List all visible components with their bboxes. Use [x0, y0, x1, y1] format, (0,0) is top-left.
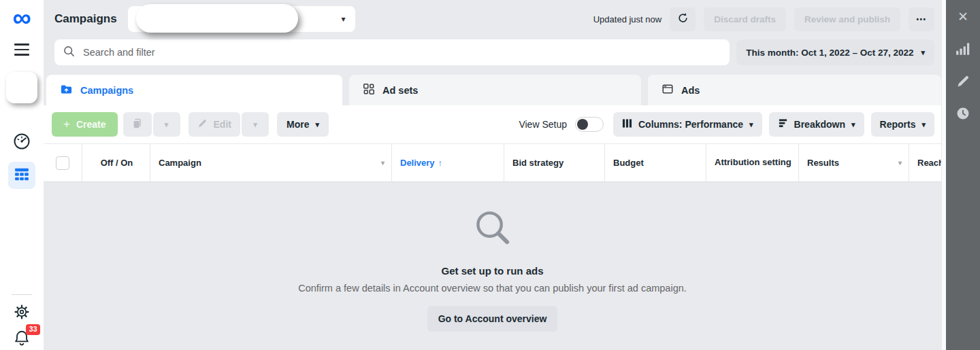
chevron-down-icon: ▾: [921, 120, 926, 129]
go-to-account-overview-button[interactable]: Go to Account overview: [427, 306, 558, 332]
updated-status: Updated just now: [593, 14, 662, 24]
redacted-account-tile[interactable]: [6, 72, 37, 103]
campaigns-table-icon: [14, 167, 29, 184]
gauge-icon: [12, 141, 31, 153]
column-header-off-on[interactable]: Off / On: [82, 144, 150, 181]
level-tabs: Campaigns Ad sets: [44, 75, 941, 105]
more-button[interactable]: More ▾: [277, 112, 329, 137]
top-bar: Campaigns ▾ Updated just now Discard dra…: [44, 0, 941, 38]
close-button[interactable]: ✕: [958, 10, 968, 23]
columns-icon: [622, 118, 632, 130]
tab-ad-sets[interactable]: Ad sets: [349, 75, 641, 105]
sort-asc-icon: ↑: [438, 158, 443, 168]
folder-icon: [60, 83, 73, 98]
edit-label: Edit: [214, 119, 231, 130]
chevron-down-icon: ▾: [851, 120, 855, 129]
chevron-down-icon: ▾: [749, 120, 753, 129]
view-setup-label: View Setup: [519, 119, 567, 130]
main-content: Campaigns ▾ Updated just now Discard dra…: [44, 0, 941, 350]
column-header-bid-strategy[interactable]: Bid strategy: [504, 144, 605, 181]
chevron-down-icon: ▾: [921, 48, 925, 57]
select-all-checkbox[interactable]: [56, 156, 69, 170]
reports-label: Reports: [880, 119, 916, 130]
breakdown-button[interactable]: Breakdown ▾: [769, 112, 864, 137]
ellipsis-icon: •••: [916, 16, 926, 23]
notification-badge: 33: [26, 324, 40, 335]
bar-chart-icon: [956, 47, 970, 58]
refresh-icon: [677, 12, 689, 26]
create-label: Create: [76, 119, 106, 130]
tab-label: Campaigns: [80, 85, 133, 96]
view-setup-toggle[interactable]: [575, 117, 604, 132]
meta-logo-icon: ∞: [12, 1, 31, 34]
chevron-down-icon: ▾: [253, 120, 257, 129]
menu-icon[interactable]: [12, 41, 32, 58]
magnifier-icon: [472, 207, 514, 251]
right-sidebar: ✕: [946, 0, 980, 350]
chevron-down-icon: ▾: [165, 120, 169, 129]
toggle-knob: [577, 119, 588, 130]
breakdown-icon: [778, 118, 788, 130]
pencil-icon: [197, 118, 208, 130]
chevron-down-icon[interactable]: ▾: [381, 159, 385, 167]
chevron-down-icon: ▾: [315, 120, 319, 129]
scrollbar-track[interactable]: [941, 0, 946, 350]
ads-icon: [662, 83, 674, 97]
clock-icon: [956, 111, 970, 122]
tab-campaigns[interactable]: Campaigns: [46, 75, 342, 105]
column-header-reach[interactable]: Reach: [909, 144, 941, 181]
duplicate-dropdown-button[interactable]: ▾: [153, 112, 180, 137]
edit-panel-button[interactable]: [956, 75, 970, 88]
search-row: This month: Oct 1, 2022 – Oct 27, 2022 ▾: [44, 38, 941, 65]
duplicate-button[interactable]: [123, 112, 152, 137]
campaigns-panel: + Create ▾: [44, 105, 941, 182]
edit-dropdown-button[interactable]: ▾: [242, 112, 269, 137]
chevron-down-icon[interactable]: ▾: [898, 159, 902, 167]
table-header-row: Off / On Campaign ▾ Delivery ↑ Bid strat…: [44, 143, 941, 182]
toolbar: + Create ▾: [44, 105, 941, 143]
empty-state-title: Get set up to run ads: [441, 265, 543, 277]
notifications-nav[interactable]: 33: [13, 329, 31, 350]
chevron-down-icon: ▾: [342, 14, 346, 24]
refresh-button[interactable]: [670, 7, 696, 31]
left-sidebar: ∞: [0, 0, 44, 350]
search-icon: [63, 46, 75, 60]
redacted-account-name: [136, 4, 298, 33]
column-label: Campaign: [159, 158, 201, 168]
gear-icon: [14, 311, 30, 322]
charts-button[interactable]: [956, 41, 970, 56]
search-input[interactable]: [82, 46, 721, 58]
edit-button[interactable]: Edit: [189, 112, 240, 137]
breakdown-label: Breakdown: [794, 119, 845, 130]
date-range-label: This month: Oct 1, 2022 – Oct 27, 2022: [746, 48, 913, 58]
columns-button[interactable]: Columns: Performance ▾: [613, 112, 762, 137]
bell-icon: [13, 338, 31, 349]
column-header-results[interactable]: Results ▾: [799, 144, 909, 181]
plus-icon: +: [63, 118, 70, 131]
ad-account-selector[interactable]: ▾: [128, 6, 355, 32]
account-overview-nav[interactable]: [12, 132, 31, 154]
campaigns-nav[interactable]: [8, 162, 35, 189]
sidebar-divider: [12, 294, 32, 295]
column-header-attribution-setting[interactable]: Attribution setting: [706, 144, 799, 181]
search-filter-box[interactable]: [54, 39, 730, 65]
settings-nav[interactable]: [14, 304, 30, 323]
empty-state-description: Confirm a few details in Account overvie…: [298, 283, 687, 294]
column-header-delivery[interactable]: Delivery ↑: [392, 144, 504, 181]
tab-ads[interactable]: Ads: [648, 75, 941, 105]
history-button[interactable]: [956, 107, 970, 120]
date-range-button[interactable]: This month: Oct 1, 2022 – Oct 27, 2022 ▾: [736, 39, 934, 65]
select-all-cell: [44, 144, 82, 181]
column-header-budget[interactable]: Budget: [605, 144, 706, 181]
ad-sets-icon: [363, 83, 375, 97]
review-and-publish-button[interactable]: Review and publish: [794, 7, 900, 31]
reports-button[interactable]: Reports ▾: [871, 112, 934, 137]
more-options-button[interactable]: •••: [909, 7, 934, 31]
column-header-campaign[interactable]: Campaign ▾: [150, 144, 392, 181]
pencil-icon: [956, 79, 970, 90]
discard-drafts-button[interactable]: Discard drafts: [704, 7, 786, 31]
create-button[interactable]: + Create: [52, 112, 118, 137]
close-icon: ✕: [958, 10, 968, 24]
copy-icon: [132, 118, 143, 131]
tab-label: Ad sets: [382, 85, 418, 96]
